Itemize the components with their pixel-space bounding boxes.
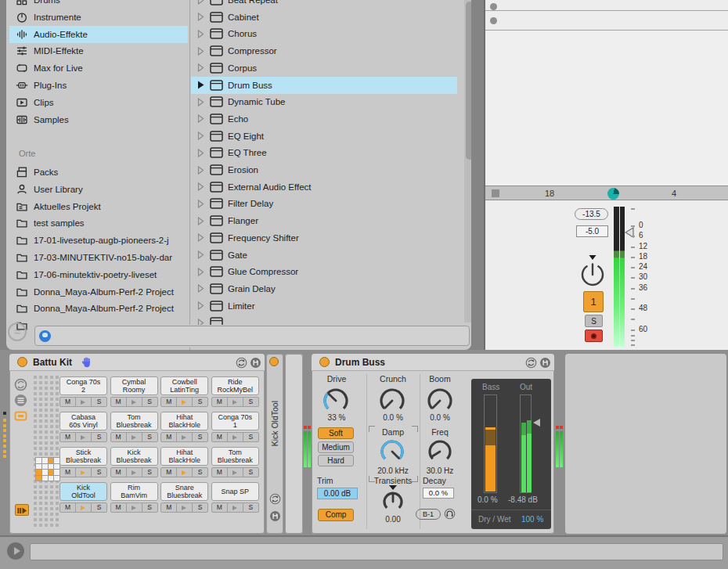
pad-preview-button[interactable] [176,503,192,512]
pad-solo-button[interactable]: S [142,398,157,406]
device-list-item-filter-delay[interactable]: Filter Delay [191,195,457,212]
pad-name[interactable]: Conga 70s1 [211,412,259,430]
pad-preview-button[interactable] [75,468,91,477]
drum-pad-tom-bluesbreak[interactable]: TomBluesbreakMS [211,447,259,477]
pad-mute-button[interactable]: M [161,468,176,477]
pad-name[interactable]: StickBluesbreak [59,447,107,466]
pad-mute-button[interactable]: M [111,433,126,441]
pad-name[interactable]: SnareBluesbreak [160,482,208,501]
sidebar-place-test-samples[interactable]: test samples [9,214,188,232]
sidebar-item-audio-effekte[interactable]: Audio-Effekte [9,26,188,43]
hot-swap-icon[interactable] [525,357,537,369]
pad-mute-button[interactable]: M [60,503,75,512]
peak-level-readout[interactable]: -13.5 [575,208,608,220]
expand-triangle-icon[interactable] [197,301,205,310]
pad-name[interactable]: Snap SP [211,482,259,501]
expand-triangle-icon[interactable] [197,114,205,123]
pad-solo-button[interactable]: S [243,503,258,512]
dry-wet-value[interactable]: 100 % [521,515,543,524]
track-activator-button[interactable]: 1 [583,291,604,312]
auto-select-button[interactable] [15,504,29,516]
device-title-bar[interactable]: Drum Buss [312,354,554,371]
pad-preview-button[interactable] [227,503,243,512]
pad-overview-map[interactable] [34,376,60,531]
expand-triangle-icon[interactable] [197,217,205,225]
pad-mute-button[interactable]: M [161,433,176,441]
expand-triangle-icon[interactable] [197,233,205,242]
drum-pad-conga-70s-2[interactable]: Conga 70s2MS [59,376,107,407]
sidebar-place-17-01-livesetup-augb-pioneers-2-j[interactable]: 17-01-livesetup-augb-pioneers-2-j [9,232,188,249]
device-on-led[interactable] [319,357,330,367]
drum-pad-hihat-blackhole[interactable]: HihatBlackHoleMS [160,412,208,442]
decay-value-box[interactable]: 0.0 % [423,488,454,499]
pad-preview-button[interactable] [126,433,142,441]
clip-stop-icon[interactable] [490,17,497,24]
device-list-item-gate[interactable]: Gate [191,247,457,264]
pad-name[interactable]: TomBluesbreak [211,447,259,466]
pad-preview-button[interactable] [126,398,142,406]
scrollbar-track[interactable] [464,0,471,322]
pad-preview-button[interactable] [126,503,142,512]
chain-on-led[interactable] [269,357,279,366]
pad-mute-button[interactable]: M [111,503,126,512]
drum-pad-hihat-blackhole[interactable]: HihatBlackHoleMS [160,447,208,477]
sidebar-place-packs[interactable]: Packs [9,164,188,181]
pad-solo-button[interactable]: S [243,398,258,406]
device-list-item-grain-delay[interactable]: Grain Delay [191,280,457,297]
sidebar-item-max-for-live[interactable]: Max for Live [9,59,188,77]
damp-value[interactable]: 20.0 kHz [368,466,418,475]
scrollbar-thumb[interactable] [466,2,472,160]
boom-value[interactable]: 0.0 % [418,413,462,422]
expand-triangle-icon[interactable] [197,250,205,259]
similarity-toggle-icon[interactable]: ≈ [8,322,27,341]
sidebar-place-17-06-minutektiv-poetry-liveset[interactable]: 17-06-minutektiv-poetry-liveset [9,266,188,283]
pad-name[interactable]: KickBluesbreak [110,447,158,466]
device-list-item-eq-three[interactable]: EQ Three [191,144,457,161]
pad-mute-button[interactable]: M [60,398,75,406]
pad-solo-button[interactable]: S [192,398,207,406]
pad-mute-button[interactable]: M [161,503,176,512]
drum-pad-kick-bluesbreak[interactable]: KickBluesbreakMS [110,447,158,477]
sidebar-place-user-library[interactable]: User Library [9,181,188,198]
pad-solo-button[interactable]: S [243,433,258,441]
drum-pad-kick-oldtool[interactable]: KickOldToolMS [59,482,107,513]
device-list-item-glue-compressor[interactable]: Glue Compressor [191,263,457,280]
sidebar-item-drums[interactable]: Drums [9,0,188,9]
expand-triangle-icon[interactable] [197,13,205,21]
pan-knob[interactable] [578,255,607,288]
boom-note-display[interactable]: B-1 [416,509,441,520]
drum-pad-cymbal-roomy[interactable]: CymbalRoomyMS [110,376,158,407]
search-bar[interactable] [34,326,470,346]
expand-triangle-icon[interactable] [197,63,205,72]
device-list-item-flanger[interactable]: Flanger [191,212,457,229]
expand-triangle-icon[interactable] [197,182,205,191]
hard-button[interactable]: Hard [318,455,354,466]
sidebar-item-midi-effekte[interactable]: MIDI-Effekte [9,42,188,59]
drive-value[interactable]: 33 % [315,413,359,422]
rack-pads-toggle-icon[interactable] [14,409,27,423]
medium-button[interactable]: Medium [318,441,354,453]
pad-solo-button[interactable]: S [91,468,106,477]
device-list-item-frequency-shifter[interactable]: Frequency Shifter [191,229,457,247]
pad-solo-button[interactable]: S [91,503,106,512]
pad-mute-button[interactable]: M [212,468,227,477]
pad-preview-button[interactable] [75,398,91,406]
pad-mute-button[interactable]: M [60,468,75,477]
drum-pad-cowbell-latinting[interactable]: CowbellLatinTingMS [160,376,208,407]
device-list-item-limiter[interactable]: Limiter [191,297,457,315]
pad-mute-button[interactable]: M [111,468,126,477]
clip-stop-button[interactable] [492,189,499,197]
sidebar-item-plug-ins[interactable]: Plug-Ins [9,77,188,94]
clip-slot[interactable] [485,11,728,31]
pad-name[interactable]: CymbalRoomy [110,376,158,395]
arm-button[interactable] [585,330,603,342]
pad-solo-button[interactable]: S [91,398,106,406]
trim-value-box[interactable]: 0.00 dB [317,488,358,499]
crunch-value[interactable]: 0.0 % [371,413,415,422]
device-list-item-drum-buss[interactable]: Drum Buss [191,77,457,94]
expand-triangle-icon[interactable] [197,131,205,140]
save-preset-icon[interactable] [250,357,261,369]
freq-knob[interactable] [427,438,453,468]
expand-triangle-icon[interactable] [197,149,205,157]
clip-slot[interactable] [485,0,728,11]
